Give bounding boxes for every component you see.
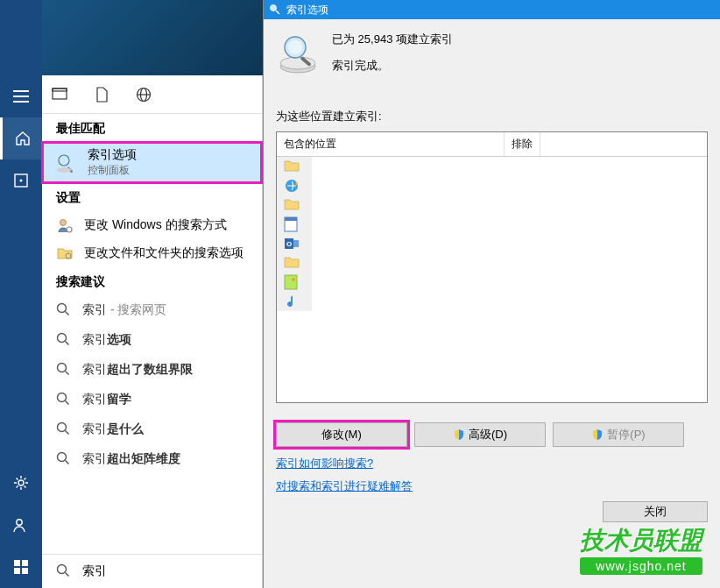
best-match-subtitle: 控制面板 [88,163,137,178]
svg-point-2 [18,480,24,485]
svg-point-1 [20,180,23,182]
taskbar [0,0,42,588]
panel-filter-tabs [42,75,262,114]
filter-web-icon[interactable] [133,84,154,105]
link-troubleshoot[interactable]: 对搜索和索引进行疑难解答 [276,478,708,494]
search-panel: 最佳匹配 索引选项 控制面板 设置 更改 Windows 的搜索方式 更改文件和… [42,75,263,588]
indexing-complete: 索引完成。 [332,58,708,74]
music-icon [284,294,300,309]
svg-point-16 [67,227,72,232]
shield-icon [591,429,604,441]
svg-rect-37 [285,275,297,289]
suggestions-header: 搜索建议 [42,267,262,295]
svg-point-18 [58,304,67,313]
search-icon [56,563,72,579]
search-icon [56,392,72,407]
search-icon [56,302,72,318]
indexed-count: 已为 25,943 项建立索引 [332,32,708,47]
best-match-title: 索引选项 [88,147,137,163]
locations-label: 为这些位置建立索引: [276,109,708,124]
svg-point-38 [292,278,295,281]
indexing-big-icon [276,32,320,75]
indexing-options-icon [56,152,77,174]
svg-point-21 [58,393,67,402]
svg-rect-7 [22,568,28,574]
svg-point-3 [17,520,22,525]
svg-point-12 [59,155,69,166]
svg-rect-36 [293,240,299,247]
dialog-titlebar[interactable]: 索引选项 [264,0,720,19]
taskbar-settings-button[interactable] [0,462,42,504]
svg-point-23 [58,453,67,462]
svg-rect-33 [285,217,297,221]
search-box [42,554,262,588]
filter-documents-icon[interactable] [91,84,112,105]
outlook-icon: O [284,236,300,251]
filter-apps-icon[interactable] [49,84,70,105]
folder-icon [284,255,300,271]
svg-rect-6 [14,568,20,574]
taskbar-menu-button[interactable] [0,75,42,117]
search-icon [56,422,72,437]
folder-setting-icon [56,244,74,262]
col-include[interactable]: 包含的位置 [277,132,505,156]
ie-icon [284,178,300,194]
search-icon [56,451,72,467]
locations-table: 包含的位置 排除 O [276,131,708,403]
user-setting-icon [56,216,74,234]
settings-item-folder-search[interactable]: 更改文件和文件夹的搜索选项 [42,239,262,267]
col-exclude[interactable]: 排除 [505,132,540,156]
settings-header: 设置 [42,183,262,211]
search-input[interactable] [82,564,248,578]
svg-point-20 [58,364,67,372]
close-button[interactable]: 关闭 [603,501,708,522]
svg-rect-9 [53,89,67,91]
settings-item-search-mode[interactable]: 更改 Windows 的搜索方式 [42,211,262,239]
svg-text:O: O [286,240,292,248]
svg-rect-4 [14,560,20,566]
shield-icon [453,429,465,441]
folder-icon [284,159,300,174]
modify-button[interactable]: 修改(M) [276,422,407,447]
suggestion-web[interactable]: 索引 - 搜索网页 [42,295,262,325]
taskbar-apps-button[interactable] [0,159,42,202]
search-icon [56,362,72,378]
doc-icon [284,216,300,232]
advanced-button[interactable]: 高级(D) [414,422,546,447]
svg-point-25 [271,5,277,11]
table-header: 包含的位置 排除 [277,132,707,157]
best-match-header: 最佳匹配 [42,114,262,142]
link-how-indexing[interactable]: 索引如何影响搜索? [276,456,708,471]
svg-point-19 [58,334,67,343]
suggestion-array[interactable]: 索引超出了数组界限 [42,355,262,385]
taskbar-home-button[interactable] [0,117,42,159]
taskbar-user-button[interactable] [0,504,42,546]
search-icon [56,332,72,348]
svg-point-29 [288,40,302,54]
folder-icon [284,197,300,213]
svg-rect-5 [22,560,28,566]
dialog-title: 索引选项 [286,3,328,18]
svg-rect-8 [53,89,67,99]
suggestion-options[interactable]: 索引选项 [42,325,262,355]
suggestion-matrix[interactable]: 索引超出矩阵维度 [42,444,262,474]
dialog-title-icon [269,4,281,16]
taskbar-start-button[interactable] [0,546,42,588]
suggestion-whatis[interactable]: 索引是什么 [42,414,262,444]
note-icon [284,274,300,290]
suggestion-study[interactable]: 索引留学 [42,385,262,414]
pause-button: 暂停(P) [553,422,684,447]
indexing-options-dialog: 索引选项 已为 25,943 项建立索引 索引完成。 为这些位置建立索引: 包含… [263,0,720,588]
svg-point-22 [58,423,67,432]
best-match-result[interactable]: 索引选项 控制面板 [42,142,262,183]
svg-point-15 [60,220,67,226]
svg-point-14 [57,167,71,173]
svg-point-24 [58,565,67,574]
